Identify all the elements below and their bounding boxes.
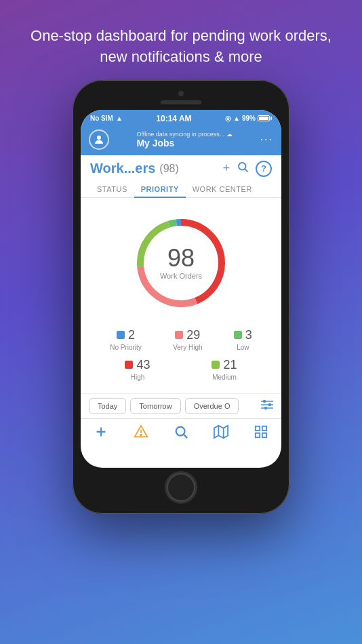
battery-label: 99% xyxy=(242,115,256,122)
nav-add[interactable] xyxy=(94,424,108,439)
add-button[interactable]: + xyxy=(222,161,230,176)
legend-very-high[interactable]: 29 Very High xyxy=(173,328,202,351)
svg-marker-22 xyxy=(214,425,228,437)
nav-bar: Offline data syncing in process... ☁ My … xyxy=(81,126,281,155)
svg-point-1 xyxy=(239,163,246,170)
low-dot xyxy=(234,331,242,339)
phone-shell: No SIM ▲ 10:14 AM ◎ ▲ 99% xyxy=(73,80,289,514)
svg-rect-27 xyxy=(256,432,260,437)
svg-point-14 xyxy=(265,407,267,409)
low-label: Low xyxy=(237,344,249,351)
app-header: Work...ers (98) + ? xyxy=(81,155,281,177)
location-icon: ◎ xyxy=(225,115,231,122)
legend-high[interactable]: 43 High xyxy=(125,358,150,381)
nav-grid[interactable] xyxy=(254,424,268,439)
app-title: Work...ers xyxy=(90,161,155,176)
carrier-label: No SIM xyxy=(90,115,113,122)
home-button-area xyxy=(81,468,281,506)
bottom-nav xyxy=(81,418,281,443)
very-high-count: 29 xyxy=(186,328,200,342)
no-priority-dot xyxy=(117,331,125,339)
battery-icon xyxy=(258,115,272,121)
svg-rect-28 xyxy=(262,432,266,437)
filter-tomorrow[interactable]: Tomorrow xyxy=(130,398,180,414)
nav-title: My Jobs xyxy=(136,138,233,148)
phone-camera xyxy=(178,91,184,96)
chart-area: 98 Work Orders xyxy=(81,198,281,323)
work-orders-count: (98) xyxy=(159,163,178,175)
medium-label: Medium xyxy=(212,374,237,381)
donut-center: 98 Work Orders xyxy=(160,246,202,280)
tab-work-center[interactable]: WORK CENTER xyxy=(186,181,259,197)
nav-center: Offline data syncing in process... ☁ My … xyxy=(136,131,233,148)
nav-map[interactable] xyxy=(214,424,228,439)
phone-speaker xyxy=(161,100,201,104)
nav-avatar[interactable] xyxy=(89,129,109,150)
no-priority-count: 2 xyxy=(128,328,135,342)
page-headline: One-stop dashboard for pending work orde… xyxy=(0,26,362,68)
help-button[interactable]: ? xyxy=(256,161,272,177)
donut-number: 98 xyxy=(160,246,202,270)
status-bar: No SIM ▲ 10:14 AM ◎ ▲ 99% xyxy=(81,110,281,126)
nav-subtitle: Offline data syncing in process... ☁ xyxy=(136,131,233,138)
phone-screen: No SIM ▲ 10:14 AM ◎ ▲ 99% xyxy=(81,110,281,468)
legend-row-2: 43 High 21 Medium xyxy=(94,358,268,381)
very-high-dot xyxy=(175,331,183,339)
cloud-icon: ☁ xyxy=(226,131,233,138)
tab-priority[interactable]: PRIORITY xyxy=(134,181,186,197)
signal-icon: ▲ xyxy=(233,115,240,122)
filter-bar: Today Tomorrow Overdue O xyxy=(81,393,281,418)
tab-status[interactable]: STATUS xyxy=(90,181,134,197)
nav-search[interactable] xyxy=(174,424,188,439)
svg-line-2 xyxy=(245,169,247,172)
carrier-info: No SIM ▲ xyxy=(90,115,123,122)
legend-row-1: 2 No Priority 29 Very High 3 xyxy=(94,328,268,351)
filter-today[interactable]: Today xyxy=(89,398,126,414)
svg-point-0 xyxy=(97,136,101,140)
avatar xyxy=(89,129,109,150)
wifi-icon: ▲ xyxy=(116,115,123,122)
header-actions: + ? xyxy=(222,161,272,177)
svg-point-12 xyxy=(264,400,266,402)
tabs: STATUS PRIORITY WORK CENTER xyxy=(81,181,281,198)
svg-point-13 xyxy=(269,403,271,405)
svg-rect-25 xyxy=(256,426,260,430)
low-count: 3 xyxy=(245,328,252,342)
legend: 2 No Priority 29 Very High 3 xyxy=(81,323,281,393)
donut-chart: 98 Work Orders xyxy=(127,209,235,317)
high-label: High xyxy=(131,374,145,381)
search-icon[interactable] xyxy=(237,161,249,176)
svg-point-20 xyxy=(176,426,185,435)
very-high-label: Very High xyxy=(173,344,202,351)
filter-settings-icon[interactable] xyxy=(261,400,273,412)
battery-info: ◎ ▲ 99% xyxy=(225,115,272,122)
high-dot xyxy=(125,361,133,369)
home-button[interactable] xyxy=(167,473,195,502)
high-count: 43 xyxy=(136,358,150,372)
time-display: 10:14 AM xyxy=(156,114,191,123)
legend-medium[interactable]: 21 Medium xyxy=(212,358,237,381)
medium-dot xyxy=(212,361,220,369)
nav-more-icon[interactable]: ··· xyxy=(260,134,273,146)
phone-notch xyxy=(81,88,281,107)
nav-warning[interactable] xyxy=(134,424,148,439)
filter-overdue[interactable]: Overdue O xyxy=(185,398,239,414)
legend-no-priority[interactable]: 2 No Priority xyxy=(110,328,142,351)
svg-rect-26 xyxy=(262,426,266,430)
legend-low[interactable]: 3 Low xyxy=(234,328,252,351)
donut-label: Work Orders xyxy=(160,272,202,280)
svg-line-21 xyxy=(184,435,187,438)
no-priority-label: No Priority xyxy=(110,344,142,351)
medium-count: 21 xyxy=(223,358,237,372)
svg-point-19 xyxy=(140,434,142,435)
